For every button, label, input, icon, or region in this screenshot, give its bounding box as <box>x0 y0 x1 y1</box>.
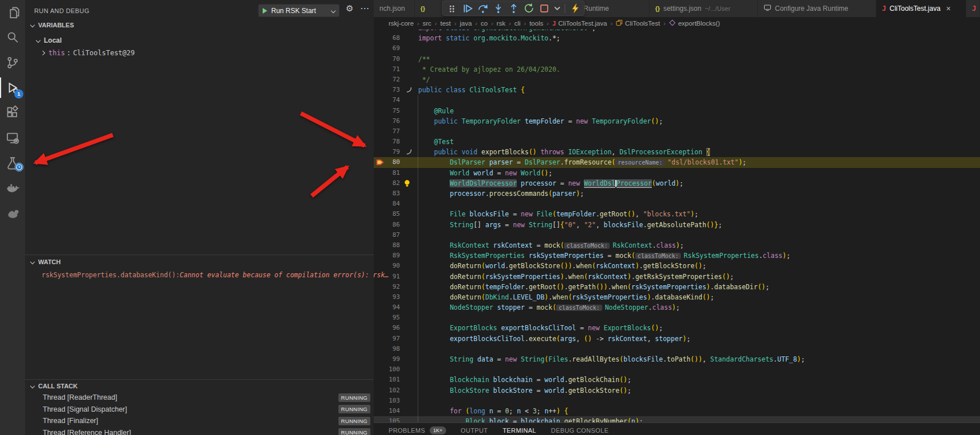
step-into-icon[interactable] <box>492 3 504 14</box>
line-number[interactable]: 75 <box>374 106 400 116</box>
line-number[interactable]: 79 <box>374 147 400 157</box>
line-number[interactable]: 83 <box>374 188 400 199</box>
continue-icon[interactable] <box>462 3 473 14</box>
line-number[interactable]: 96 <box>374 323 400 333</box>
step-over-icon[interactable] <box>477 3 488 14</box>
remote-explorer-icon[interactable] <box>0 125 25 150</box>
panel-tab-debug-console[interactable]: DEBUG CONSOLE <box>551 425 609 434</box>
line-number[interactable]: 68 <box>374 33 400 43</box>
code-line-104: 104 for (long n = 0; n < 3; n++) { <box>374 406 980 416</box>
watch-expression-row[interactable]: rskSystemProperties.databaseKind(): Cann… <box>42 269 389 281</box>
call-stack-thread[interactable]: Thread [Signal Dispatcher] RUNNING <box>25 404 374 416</box>
more-actions-icon[interactable]: ⋯ <box>360 3 370 14</box>
variables-section-header[interactable]: VARIABLES <box>31 22 74 28</box>
breadcrumb-item[interactable]: src <box>423 20 431 27</box>
line-number[interactable]: 78 <box>374 137 400 147</box>
line-number[interactable]: 95 <box>374 313 400 323</box>
breadcrumb-separator: › <box>491 20 494 27</box>
line-number[interactable]: 76 <box>374 116 400 126</box>
code-text: processor.processCommands(parser); <box>418 188 584 199</box>
call-stack-section-header[interactable]: CALL STACK <box>31 383 77 389</box>
drag-handle-icon[interactable] <box>446 3 458 14</box>
step-out-icon[interactable] <box>508 3 519 14</box>
line-number[interactable]: 92 <box>374 282 400 292</box>
run-and-debug-icon[interactable]: 1 <box>0 75 25 100</box>
breadcrumb-item[interactable]: cli <box>514 20 521 27</box>
breadcrumb-method[interactable]: exportBlocks() <box>669 19 720 27</box>
code-editor[interactable]: 67import static org.mockito.ArgumentMatc… <box>374 30 980 422</box>
source-control-icon[interactable] <box>0 50 25 75</box>
variables-scope-local[interactable]: Local <box>36 34 62 47</box>
editor-tab-nch.json[interactable]: nch.json <box>374 0 415 17</box>
bottom-panel-tabs: PROBLEMS1K+OUTPUTTERMINALDEBUG CONSOLE <box>374 422 980 435</box>
line-number[interactable]: 69 <box>374 43 400 54</box>
line-number[interactable]: 100 <box>374 364 400 375</box>
editor-tab-hidden-6[interactable]: J <box>966 0 980 17</box>
panel-tab-terminal[interactable]: TERMINAL <box>503 425 536 434</box>
line-number[interactable]: 82 <box>374 178 400 188</box>
line-number[interactable]: 71 <box>374 64 400 75</box>
line-number[interactable]: 105 <box>374 416 400 422</box>
explorer-icon[interactable] <box>0 0 25 25</box>
editor-tab-CliToolsTest.java[interactable]: JCliToolsTest.java× <box>876 0 966 17</box>
gradle-icon[interactable] <box>0 200 25 225</box>
line-number[interactable]: 74 <box>374 95 400 105</box>
breadcrumb-separator: › <box>610 20 613 27</box>
testing-icon[interactable] <box>0 150 25 175</box>
line-number[interactable]: 81 <box>374 168 400 178</box>
line-number[interactable]: 72 <box>374 75 400 85</box>
panel-tab-output[interactable]: OUTPUT <box>461 425 488 434</box>
code-text: RskContext rskContext = mock(classToMock… <box>418 240 684 251</box>
line-number[interactable]: 86 <box>374 220 400 230</box>
breadcrumb-class[interactable]: CliToolsTest <box>616 19 660 27</box>
activity-bar: 1 <box>0 0 25 435</box>
line-number[interactable]: 98 <box>374 344 400 354</box>
line-number[interactable]: 77 <box>374 126 400 137</box>
call-stack-thread[interactable]: Thread [ReaderThread] RUNNING <box>25 392 374 404</box>
line-number[interactable]: 88 <box>374 240 400 251</box>
docker-icon[interactable] <box>0 175 25 200</box>
line-number[interactable]: 70 <box>374 54 400 64</box>
stop-menu-chevron-icon[interactable] <box>554 3 561 14</box>
breadcrumb-item[interactable]: java <box>460 20 472 27</box>
call-stack-thread[interactable]: Thread [Reference Handler] RUNNING <box>25 427 374 435</box>
line-number[interactable]: 97 <box>374 334 400 344</box>
line-number[interactable]: 99 <box>374 354 400 364</box>
line-number[interactable]: 93 <box>374 292 400 302</box>
run-config-dropdown[interactable]: Run RSK Start <box>258 4 340 17</box>
line-number[interactable]: 85 <box>374 209 400 219</box>
breadcrumb-item[interactable]: tools <box>529 20 543 27</box>
line-number[interactable]: 87 <box>374 230 400 240</box>
breadcrumb-item[interactable]: test <box>440 20 451 27</box>
line-number[interactable]: 101 <box>374 375 400 385</box>
breadcrumb-item[interactable]: rsk <box>497 20 505 27</box>
breadcrumb-item[interactable]: co <box>481 20 488 27</box>
code-line-78: 78 @Test <box>374 137 980 147</box>
hot-code-replace-icon[interactable] <box>569 3 581 14</box>
editor-tab-Configure Java Runtime[interactable]: Configure Java Runtime <box>758 0 876 17</box>
line-number[interactable]: 80 <box>374 157 400 167</box>
chevron-down-icon <box>30 384 35 388</box>
stop-icon[interactable] <box>538 3 550 14</box>
line-number[interactable]: 73 <box>374 85 400 95</box>
code-text: String data = new String(Files.readAllBy… <box>418 354 805 364</box>
panel-tab-problems[interactable]: PROBLEMS1K+ <box>389 424 446 434</box>
editor-tab-settings.json[interactable]: {}settings.json~/.../User <box>650 0 758 17</box>
watch-section-header[interactable]: WATCH <box>31 258 61 265</box>
close-icon[interactable]: × <box>946 4 951 13</box>
variable-entry-this[interactable]: this: CliToolsTest@29 <box>41 47 135 59</box>
gear-icon[interactable]: ⚙ <box>346 3 353 14</box>
line-number[interactable]: 84 <box>374 199 400 209</box>
code-line-70: 70/** <box>374 54 980 64</box>
line-number[interactable]: 102 <box>374 385 400 396</box>
breadcrumb-file[interactable]: JCliToolsTest.java <box>552 20 607 27</box>
breadcrumb-item[interactable]: rskj-core <box>389 20 414 27</box>
call-stack-thread[interactable]: Thread [Finalizer] RUNNING <box>25 415 374 427</box>
extensions-icon[interactable] <box>0 100 25 125</box>
search-icon[interactable] <box>0 25 25 50</box>
line-number[interactable]: 104 <box>374 406 400 416</box>
line-number[interactable]: 103 <box>374 396 400 406</box>
restart-icon[interactable] <box>523 3 534 14</box>
line-number[interactable]: 89 <box>374 251 400 261</box>
line-number[interactable]: 94 <box>374 302 400 313</box>
